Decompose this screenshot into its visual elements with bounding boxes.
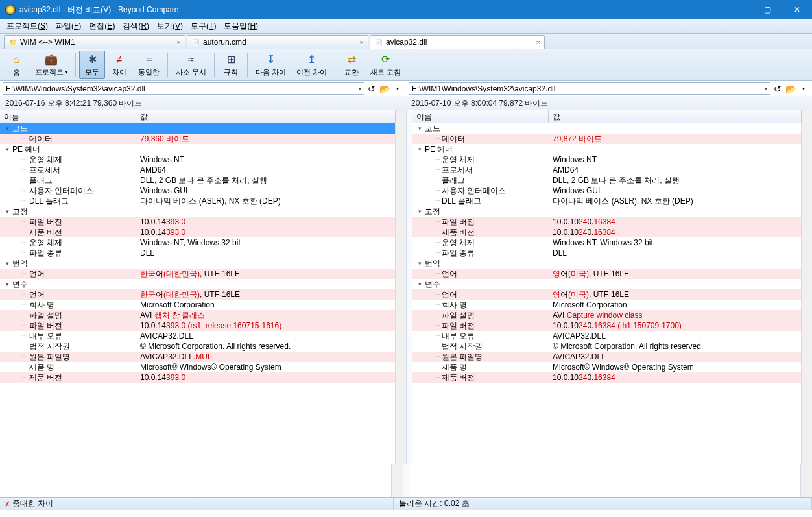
tree-row[interactable]: ⋯제품 버전10.0.10240.16384 <box>412 227 801 237</box>
tree-row[interactable]: ⋯제품 버전10.0.14393.0 <box>0 372 395 383</box>
twisty-icon[interactable] <box>416 125 424 132</box>
toolbar-다음 차이[interactable]: ↧다음 차이 <box>251 51 291 79</box>
toolbar-홈[interactable]: ⌂홈 <box>3 51 29 79</box>
col-name[interactable]: 이름 <box>0 110 136 123</box>
col-value[interactable]: 값 <box>136 110 395 123</box>
tree-row[interactable]: ⋯DLL 플래그다이나믹 베이스 (ASLR), NX 호환 (DEP) <box>412 196 801 206</box>
tree-row[interactable]: ⋯프로세서AMD64 <box>412 165 801 175</box>
tree-row[interactable]: ⋯파일 버전10.0.14393.0 <box>0 217 395 227</box>
close-icon[interactable]: × <box>356 38 364 46</box>
tree-row[interactable]: ⋯언어한국어(대한민국), UTF-16LE <box>0 269 395 279</box>
recent-icon[interactable]: ↺ <box>772 83 783 95</box>
menu-검색[interactable]: 검색(R) <box>119 19 153 33</box>
gutter[interactable] <box>403 464 409 497</box>
tree-row[interactable]: ⋯언어영어(미국), UTF-16LE <box>412 269 801 279</box>
toolbar-동일한[interactable]: ＝동일한 <box>134 51 164 79</box>
tree-group[interactable]: 변수 <box>412 279 801 289</box>
tree-row[interactable]: ⋯제품 버전10.0.10240.16384 <box>412 372 801 383</box>
folder-open-icon[interactable]: 📂 <box>379 83 390 95</box>
tree-row[interactable]: ⋯사용자 인터페이스Windows GUI <box>412 186 801 196</box>
tree-row[interactable]: ⋯파일 설명AVI Capture window class <box>412 310 801 320</box>
tab-WIM <--> WIM1[interactable]: 📁WIM <--> WIM1× <box>4 35 185 49</box>
menu-파일[interactable]: 파일(F) <box>52 19 85 33</box>
twisty-icon[interactable] <box>416 208 424 215</box>
tree-row[interactable]: ⋯운영 체제Windows NT <box>412 154 801 165</box>
twisty-icon[interactable] <box>4 281 11 288</box>
twisty-icon[interactable] <box>4 146 11 153</box>
tree-right[interactable]: 코드⋯데이터79,872 바이트PE 헤더⋯운영 체제Windows NT⋯프로… <box>412 123 801 464</box>
path-input-right[interactable]: E:\WIM1\Windows\System32\avicap32.dll ▾ <box>409 82 770 95</box>
menu-보기[interactable]: 보기(V) <box>153 19 187 33</box>
tree-row[interactable]: ⋯내부 오류AVICAP32.DLL <box>412 331 801 341</box>
tree-row[interactable]: ⋯파일 종류DLL <box>412 248 801 258</box>
tree-group[interactable]: 코드 <box>0 123 395 134</box>
scrollbar[interactable] <box>801 123 812 464</box>
toolbar-이전 차이[interactable]: ↥이전 차이 <box>292 51 331 79</box>
tree-row[interactable]: ⋯제품 버전10.0.14393.0 <box>0 227 395 237</box>
twisty-icon[interactable] <box>416 146 424 153</box>
toolbar-교환[interactable]: ⇄교환 <box>339 51 364 79</box>
tree-group[interactable]: PE 헤더 <box>0 144 395 154</box>
col-name[interactable]: 이름 <box>412 110 549 123</box>
tab-avicap32.dll[interactable]: 📄avicap32.dll× <box>370 35 545 49</box>
gutter[interactable] <box>406 123 412 464</box>
tree-row[interactable]: ⋯법적 저작권© Microsoft Corporation. All righ… <box>412 341 801 352</box>
tree-row[interactable]: ⋯프로세서AMD64 <box>0 165 395 175</box>
folder-open-icon[interactable]: 📂 <box>785 83 796 95</box>
scrollbar[interactable] <box>801 464 812 497</box>
twisty-icon[interactable] <box>416 260 424 267</box>
tree-row[interactable]: ⋯플래그DLL, 2 GB 보다 큰 주소를 처리, 실행 <box>412 175 801 186</box>
chevron-down-icon[interactable]: ▾ <box>392 83 403 95</box>
close-icon[interactable]: × <box>532 38 540 46</box>
tree-row[interactable]: ⋯데이터79,872 바이트 <box>412 134 801 144</box>
col-value[interactable]: 값 <box>549 110 801 123</box>
tree-row[interactable]: ⋯데이터79,360 바이트 <box>0 134 395 144</box>
tree-row[interactable]: ⋯운영 체제Windows NT, Windows 32 bit <box>412 237 801 248</box>
tree-row[interactable]: ⋯제품 명Microsoft® Windows® Operating Syste… <box>0 362 395 372</box>
tab-autorun.cmd[interactable]: 📄autorun.cmd× <box>187 35 368 49</box>
tree-group[interactable]: 번역 <box>0 258 395 269</box>
tree-row[interactable]: ⋯법적 저작권© Microsoft Corporation. All righ… <box>0 341 395 352</box>
menu-편집[interactable]: 편집(E) <box>85 19 119 33</box>
tree-row[interactable]: ⋯제품 명Microsoft® Windows® Operating Syste… <box>412 362 801 372</box>
chevron-down-icon[interactable]: ▾ <box>765 86 767 91</box>
menu-도움말[interactable]: 도움말(H) <box>220 19 262 33</box>
menu-프로젝트[interactable]: 프로젝트(S) <box>3 19 52 33</box>
close-button[interactable]: ✕ <box>782 0 812 19</box>
tree-row[interactable]: ⋯회사 명Microsoft Corporation <box>412 300 801 310</box>
tree-row[interactable]: ⋯파일 종류DLL <box>0 248 395 258</box>
tree-row[interactable]: ⋯파일 설명AVI 캡처 창 클래스 <box>0 310 395 320</box>
toolbar-차이[interactable]: ≠차이 <box>106 51 132 79</box>
tree-row[interactable]: ⋯원본 파일명AVICAP32.DLL.MUI <box>0 352 395 362</box>
tree-left[interactable]: 코드⋯데이터79,360 바이트PE 헤더⋯운영 체제Windows NT⋯프로… <box>0 123 395 464</box>
minimize-button[interactable]: — <box>722 0 752 19</box>
menu-도구[interactable]: 도구(T) <box>187 19 220 33</box>
chevron-down-icon[interactable]: ▾ <box>798 83 809 95</box>
tree-row[interactable]: ⋯파일 버전10.0.10240.16384 <box>412 217 801 227</box>
tree-group[interactable]: 번역 <box>412 258 801 269</box>
tree-row[interactable]: ⋯언어영어(미국), UTF-16LE <box>412 289 801 300</box>
tree-group[interactable]: PE 헤더 <box>412 144 801 154</box>
chevron-down-icon[interactable]: ▾ <box>359 86 361 91</box>
toolbar-사소 무시[interactable]: ≈사소 무시 <box>171 51 211 79</box>
tree-group[interactable]: 고정 <box>0 206 395 217</box>
output-left[interactable] <box>0 464 392 497</box>
close-icon[interactable]: × <box>173 38 181 46</box>
toolbar-프로젝트[interactable]: 💼프로젝트 ▾ <box>30 51 72 79</box>
tree-row[interactable]: ⋯파일 버전10.0.14393.0 (rs1_release.160715-1… <box>0 320 395 331</box>
twisty-icon[interactable] <box>4 208 11 215</box>
output-right[interactable] <box>409 464 801 497</box>
tree-group[interactable]: 변수 <box>0 279 395 289</box>
tree-row[interactable]: ⋯DLL 플래그다이나믹 베이스 (ASLR), NX 호환 (DEP) <box>0 196 395 206</box>
tree-row[interactable]: ⋯원본 파일명AVICAP32.DLL <box>412 352 801 362</box>
scrollbar[interactable] <box>392 464 403 497</box>
twisty-icon[interactable] <box>416 281 424 288</box>
tree-row[interactable]: ⋯파일 버전10.0.10240.16384 (th1.150709-1700) <box>412 320 801 331</box>
toolbar-모두[interactable]: ✱모두 <box>79 51 105 79</box>
tree-row[interactable]: ⋯운영 체제Windows NT <box>0 154 395 165</box>
tree-row[interactable]: ⋯사용자 인터페이스Windows GUI <box>0 186 395 196</box>
maximize-button[interactable]: ▢ <box>752 0 782 19</box>
tree-group[interactable]: 고정 <box>412 206 801 217</box>
tree-row[interactable]: ⋯플래그DLL, 2 GB 보다 큰 주소를 처리, 실행 <box>0 175 395 186</box>
twisty-icon[interactable] <box>4 260 11 267</box>
